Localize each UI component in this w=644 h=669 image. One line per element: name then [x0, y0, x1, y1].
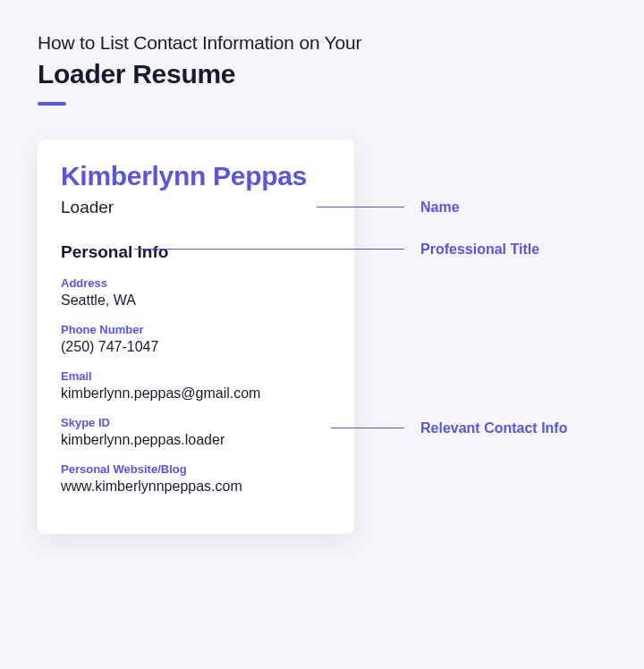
label-website: Personal Website/Blog [61, 462, 331, 476]
heading-small: How to List Contact Information on Your [38, 32, 606, 54]
section-heading-personal-info: Personal Info [61, 242, 331, 262]
annotation-line-contact [331, 428, 404, 428]
value-address: Seattle, WA [61, 292, 331, 309]
label-address: Address [61, 276, 331, 290]
resume-title: Loader [61, 198, 331, 217]
annotation-line-title [134, 249, 404, 250]
label-email: Email [61, 369, 331, 383]
value-skype: kimberlynn.peppas.loader [61, 432, 331, 448]
annotation-contact: Relevant Contact Info [420, 420, 567, 436]
label-phone: Phone Number [61, 323, 331, 336]
heading-large: Loader Resume [38, 59, 606, 89]
label-skype: Skype ID [61, 416, 331, 429]
heading-underline [38, 102, 66, 106]
annotation-name: Name [420, 199, 460, 216]
annotation-title: Professional Title [420, 241, 539, 258]
annotation-line-name [317, 207, 404, 207]
value-email: kimberlynn.peppas@gmail.com [61, 385, 331, 402]
resume-card: Kimberlynn Peppas Loader Personal Info A… [38, 140, 354, 534]
value-phone: (250) 747-1047 [61, 339, 331, 355]
resume-name: Kimberlynn Peppas [61, 161, 331, 192]
value-website: www.kimberlynnpeppas.com [61, 478, 331, 495]
